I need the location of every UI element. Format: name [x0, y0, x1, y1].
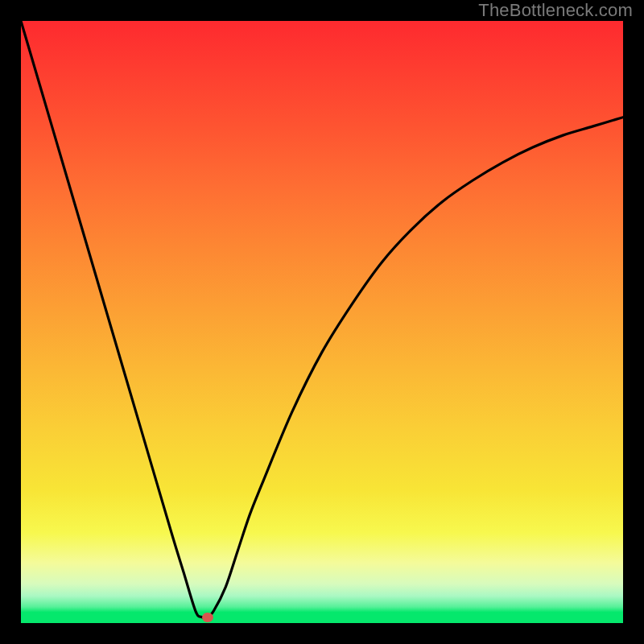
chart-frame: TheBottleneck.com	[0, 0, 644, 644]
watermark-text: TheBottleneck.com	[478, 0, 633, 21]
curve-path	[21, 21, 623, 617]
plot-area	[21, 21, 623, 623]
optimum-marker-dot	[202, 613, 213, 622]
bottleneck-curve	[21, 21, 623, 623]
